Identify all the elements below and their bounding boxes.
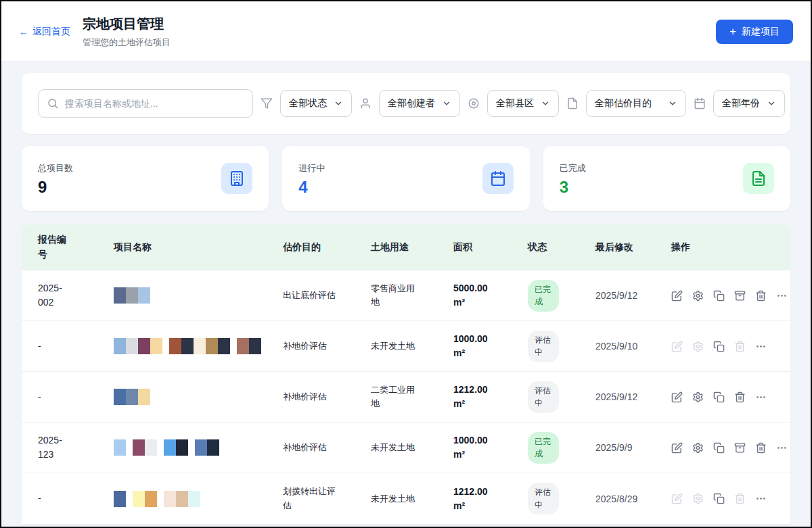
- redacted-text-block: [114, 439, 126, 456]
- area-cell: 1212.00 m²: [437, 372, 512, 423]
- redacted-text-block: [207, 439, 219, 456]
- status-badge: 评估中: [528, 381, 559, 413]
- year-filter-select[interactable]: 全部年份: [713, 90, 785, 117]
- settings-action-button[interactable]: [692, 442, 704, 454]
- creator-filter-select[interactable]: 全部创建者: [379, 90, 460, 117]
- more-action-button[interactable]: [776, 290, 788, 302]
- col-actions: 操作: [655, 224, 790, 270]
- stat-label: 总项目数: [38, 162, 73, 174]
- more-action-button[interactable]: [755, 341, 767, 352]
- edit-action-button[interactable]: [671, 493, 683, 504]
- area-cell: 1000.00 m²: [437, 423, 512, 473]
- copy-action-button[interactable]: [713, 442, 725, 454]
- search-input[interactable]: [65, 98, 244, 109]
- edit-action-button[interactable]: [671, 391, 683, 403]
- table-row: 2025-002出让底价评估零售商业用地5000.00 m²已完成2025/9/…: [22, 270, 790, 321]
- edit-icon: [671, 493, 683, 504]
- location-icon: [468, 97, 480, 110]
- project-name-cell: [97, 423, 267, 473]
- actions-cell: [655, 372, 790, 423]
- settings-action-button[interactable]: [692, 341, 704, 352]
- document-icon: [750, 170, 767, 187]
- more-icon: [776, 290, 788, 302]
- land-use-cell: 未开发土地: [355, 423, 437, 473]
- district-filter-value: 全部县区: [496, 97, 534, 110]
- back-home-link[interactable]: ← 返回首页: [19, 26, 70, 38]
- project-table-card: 报告编号 项目名称 估价目的 土地用途 面积 状态 最后修改 操作 2025-0…: [22, 224, 790, 524]
- stat-label: 已完成: [560, 162, 586, 174]
- redacted-text-block: [138, 287, 150, 304]
- more-icon: [755, 493, 767, 504]
- trash-action-button[interactable]: [734, 341, 746, 352]
- project-name-cell: [97, 270, 267, 321]
- redacted-text-block: [126, 338, 138, 354]
- status-cell: 评估中: [512, 473, 579, 524]
- trash-icon: [734, 341, 746, 352]
- trash-icon: [755, 290, 767, 302]
- status-cell: 已完成: [512, 270, 579, 321]
- edit-action-button[interactable]: [671, 442, 683, 454]
- purpose-filter-select[interactable]: 全部估价目的: [586, 90, 686, 117]
- copy-action-button[interactable]: [713, 341, 725, 352]
- plus-icon: +: [729, 26, 736, 37]
- stats-row: 总项目数 9 进行中 4 已完成 3: [22, 146, 790, 211]
- report-no-cell: -: [22, 372, 97, 423]
- stat-card-in-progress: 进行中 4: [282, 146, 529, 211]
- edit-action-button[interactable]: [671, 341, 683, 352]
- new-project-button[interactable]: + 新建项目: [716, 20, 793, 44]
- stat-value: 9: [38, 179, 73, 195]
- project-name-cell: [97, 372, 267, 423]
- report-no-cell: -: [22, 321, 97, 372]
- settings-action-button[interactable]: [692, 493, 704, 504]
- last-modified-cell: 2025/9/12: [579, 372, 655, 423]
- edit-action-button[interactable]: [671, 290, 683, 302]
- redacted-text-block: [138, 389, 150, 405]
- more-action-button[interactable]: [755, 493, 767, 504]
- copy-action-button[interactable]: [713, 493, 725, 504]
- col-purpose: 估价目的: [267, 224, 355, 270]
- status-filter-select[interactable]: 全部状态: [280, 90, 352, 117]
- redacted-text-block: [194, 338, 206, 354]
- project-table: 报告编号 项目名称 估价目的 土地用途 面积 状态 最后修改 操作 2025-0…: [22, 224, 790, 524]
- col-report-no: 报告编号: [22, 224, 97, 270]
- land-use-cell: 未开发土地: [355, 321, 437, 372]
- more-action-button[interactable]: [755, 391, 767, 403]
- col-area: 面积: [437, 224, 512, 270]
- redacted-text-block: [114, 389, 126, 405]
- table-row: 2025-123补地价评估未开发土地1000.00 m²已完成2025/9/9: [22, 423, 790, 473]
- area-cell: 5000.00 m²: [437, 270, 512, 321]
- block-gap: [157, 491, 164, 507]
- redacted-text-block: [206, 338, 218, 354]
- trash-action-button[interactable]: [755, 290, 767, 302]
- calendar-icon: [694, 97, 706, 110]
- stat-value: 4: [298, 179, 325, 195]
- settings-action-button[interactable]: [692, 391, 704, 403]
- main-content: 全部状态 全部创建者 全部县区 全部估价目的: [1, 62, 811, 524]
- more-action-button[interactable]: [776, 442, 788, 454]
- building-icon: [229, 170, 245, 187]
- table-row: -划拨转出让评估未开发土地1212.00 m²评估中2025/8/29: [22, 473, 790, 524]
- status-filter-value: 全部状态: [289, 97, 327, 110]
- archive-action-button[interactable]: [734, 442, 746, 454]
- redacted-text-block: [145, 491, 157, 507]
- calendar-icon: [490, 170, 506, 187]
- trash-action-button[interactable]: [734, 493, 746, 504]
- table-body: 2025-002出让底价评估零售商业用地5000.00 m²已完成2025/9/…: [22, 270, 790, 524]
- archive-action-button[interactable]: [734, 290, 746, 302]
- title-block: 宗地项目管理 管理您的土地评估项目: [83, 15, 171, 49]
- last-modified-cell: 2025/9/10: [579, 321, 655, 372]
- stat-card-total: 总项目数 9: [22, 146, 269, 211]
- trash-action-button[interactable]: [755, 442, 767, 454]
- copy-action-button[interactable]: [713, 391, 725, 403]
- settings-action-button[interactable]: [692, 290, 704, 302]
- trash-action-button[interactable]: [734, 391, 746, 403]
- chevron-down-icon: [767, 99, 776, 108]
- district-filter-select[interactable]: 全部县区: [487, 90, 559, 117]
- more-icon: [755, 391, 767, 403]
- table-row: -补地价评估未开发土地1000.00 m²评估中2025/9/10: [22, 321, 790, 372]
- edit-icon: [671, 391, 683, 403]
- copy-action-button[interactable]: [713, 290, 725, 302]
- redacted-text-block: [164, 439, 176, 456]
- settings-icon: [692, 341, 704, 352]
- purpose-cell: 出让底价评估: [267, 270, 355, 321]
